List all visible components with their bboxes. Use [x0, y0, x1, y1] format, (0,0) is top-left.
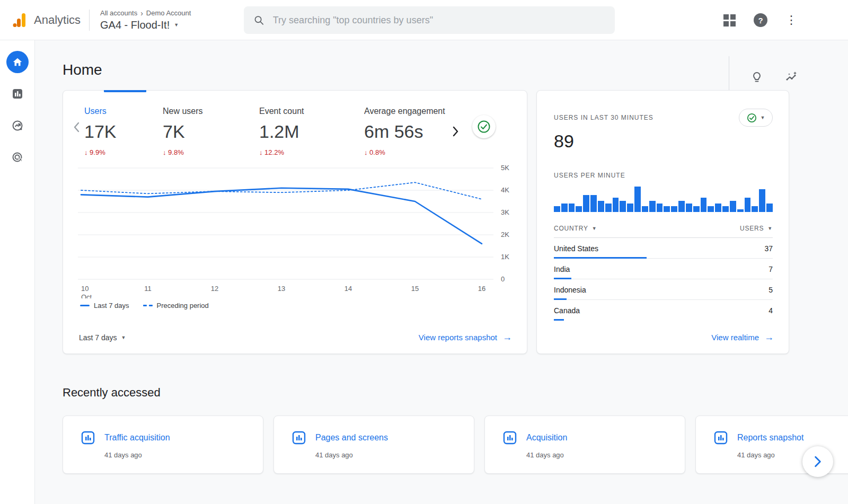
metric-label: Average engagement — [364, 107, 448, 116]
users-per-minute-bar — [664, 206, 670, 212]
header-divider — [89, 10, 90, 31]
sidebar-item-home[interactable] — [6, 51, 29, 73]
recent-card-traffic-acquisition[interactable]: Traffic acquisition 41 days ago — [63, 415, 263, 474]
users-per-minute-bar — [576, 206, 582, 212]
ga4-home-page: Analytics All accounts › Demo Account GA… — [0, 0, 848, 504]
svg-text:4K: 4K — [501, 186, 509, 194]
users-trend-chart: 01K2K3K4K5K10111213141516Oct — [72, 163, 527, 300]
realtime-table-header: COUNTRY ▼ USERS ▼ — [554, 225, 773, 238]
view-reports-snapshot-label: View reports snapshot — [419, 333, 497, 342]
realtime-country-table: United States37India7Indonesia5Canada4 — [554, 238, 773, 321]
insights-trend-button[interactable] — [781, 67, 802, 88]
diagnostics-grid-icon[interactable] — [723, 14, 736, 26]
users-per-minute-bar — [759, 189, 765, 212]
realtime-header: USERS IN LAST 30 MINUTES ▼ — [554, 109, 773, 127]
svg-text:2K: 2K — [501, 231, 509, 238]
users-per-minute-bar-chart — [554, 187, 773, 212]
realtime-card: USERS IN LAST 30 MINUTES ▼ 89 USERS PER … — [536, 90, 789, 354]
view-reports-snapshot-link[interactable]: View reports snapshot → — [419, 332, 512, 343]
recently-accessed-row: Traffic acquisition 41 days ago Pages an… — [63, 415, 848, 474]
users-per-minute-bar — [642, 206, 648, 212]
sidebar-item-explore[interactable] — [6, 114, 29, 137]
chevron-right-icon — [452, 126, 460, 137]
caret-down-icon: ▼ — [761, 115, 765, 120]
metric-tab-event-count[interactable]: Event count 1.2M ↓ 12.2% — [259, 107, 364, 156]
users-per-minute-bar — [583, 195, 589, 212]
country-column-header[interactable]: COUNTRY ▼ — [554, 225, 597, 232]
svg-text:10: 10 — [81, 285, 89, 293]
search-icon — [253, 14, 264, 26]
metric-value: 6m 56s — [364, 121, 448, 142]
metric-tab-users[interactable]: Users 17K ↓ 9.9% — [84, 107, 163, 156]
recent-card-pages-and-screens[interactable]: Pages and screens 41 days ago — [273, 415, 474, 474]
users-per-minute-bar — [701, 198, 707, 212]
data-quality-badge[interactable] — [472, 115, 496, 138]
metrics-scroll-right-button[interactable] — [448, 126, 464, 137]
svg-text:0: 0 — [501, 275, 505, 283]
more-vert-icon[interactable]: ⋮ — [785, 14, 797, 26]
users-header-label: USERS — [740, 225, 764, 232]
property-name: GA4 - Flood-It! — [100, 19, 170, 31]
users-per-minute-bar — [722, 206, 729, 212]
property-selector[interactable]: GA4 - Flood-It! ▼ — [100, 19, 191, 31]
country-name: Indonesia — [554, 286, 586, 294]
caret-down-icon: ▼ — [174, 22, 179, 28]
users-per-minute-bar — [678, 201, 685, 212]
advertising-icon — [11, 151, 24, 164]
breadcrumb-all-accounts[interactable]: All accounts — [100, 9, 137, 17]
search-input[interactable] — [273, 15, 605, 26]
arrow-right-icon: → — [502, 332, 512, 343]
recent-card-time: 41 days ago — [104, 451, 263, 459]
metric-value: 7K — [163, 121, 259, 142]
sidebar-item-reports[interactable] — [6, 83, 29, 105]
country-header-label: COUNTRY — [554, 225, 588, 232]
realtime-status-dropdown[interactable]: ▼ — [739, 109, 773, 127]
svg-text:1K: 1K — [501, 253, 509, 261]
analytics-logo[interactable]: Analytics — [0, 12, 81, 28]
metric-delta: ↓ 9.9% — [84, 148, 163, 156]
metric-value: 1.2M — [259, 121, 364, 142]
users-per-minute-bar — [620, 201, 626, 212]
check-circle-icon — [477, 120, 491, 134]
country-name: United States — [554, 244, 598, 253]
svg-text:13: 13 — [278, 285, 285, 293]
date-range-label: Last 7 days — [79, 333, 117, 342]
users-per-minute-bar — [605, 204, 612, 212]
country-users-value: 37 — [764, 244, 773, 253]
country-name: Canada — [554, 306, 580, 315]
insights-lightbulb-button[interactable] — [746, 67, 767, 88]
breadcrumb: All accounts › Demo Account — [100, 9, 191, 17]
left-nav — [0, 40, 35, 504]
caret-down-icon: ▼ — [592, 226, 597, 231]
view-realtime-link[interactable]: View realtime → — [711, 332, 774, 343]
metric-tab-average-engagement[interactable]: Average engagement 6m 56s ↓ 0.8% — [364, 107, 448, 156]
users-per-minute-bar — [715, 204, 721, 212]
account-switcher[interactable]: All accounts › Demo Account GA4 - Flood-… — [100, 9, 191, 31]
metrics-scroll-left-button[interactable] — [68, 121, 84, 133]
product-name: Analytics — [34, 13, 81, 27]
users-per-minute-bar — [693, 206, 700, 212]
chart-legend: Last 7 days Preceding period — [80, 302, 527, 310]
metric-delta: ↓ 12.2% — [259, 148, 364, 156]
overview-card-footer: Last 7 days ▼ View reports snapshot → — [79, 332, 512, 343]
svg-text:5K: 5K — [501, 164, 509, 172]
report-icon — [81, 431, 95, 445]
chevron-left-icon — [73, 121, 80, 133]
users-per-minute-bar — [569, 204, 575, 212]
metric-tab-new-users[interactable]: New users 7K ↓ 9.8% — [163, 107, 259, 156]
breadcrumb-account[interactable]: Demo Account — [146, 9, 191, 17]
date-range-dropdown[interactable]: Last 7 days ▼ — [79, 333, 126, 342]
svg-text:Oct: Oct — [81, 293, 92, 298]
users-column-header[interactable]: USERS ▼ — [740, 225, 773, 232]
recent-card-time: 41 days ago — [526, 451, 685, 459]
metrics-row: Users 17K ↓ 9.9% New users 7K ↓ 9.8% Eve… — [63, 91, 527, 156]
legend-last-7-days: Last 7 days — [80, 302, 129, 310]
chevron-right-icon — [814, 455, 822, 468]
search-bar[interactable] — [244, 6, 615, 34]
recent-card-acquisition[interactable]: Acquisition 41 days ago — [484, 415, 685, 474]
sidebar-item-advertising[interactable] — [6, 146, 29, 169]
recent-scroll-right-button[interactable] — [802, 446, 833, 477]
help-icon[interactable]: ? — [754, 13, 767, 27]
analytics-logo-icon — [12, 12, 28, 28]
legend-label: Last 7 days — [94, 302, 129, 310]
